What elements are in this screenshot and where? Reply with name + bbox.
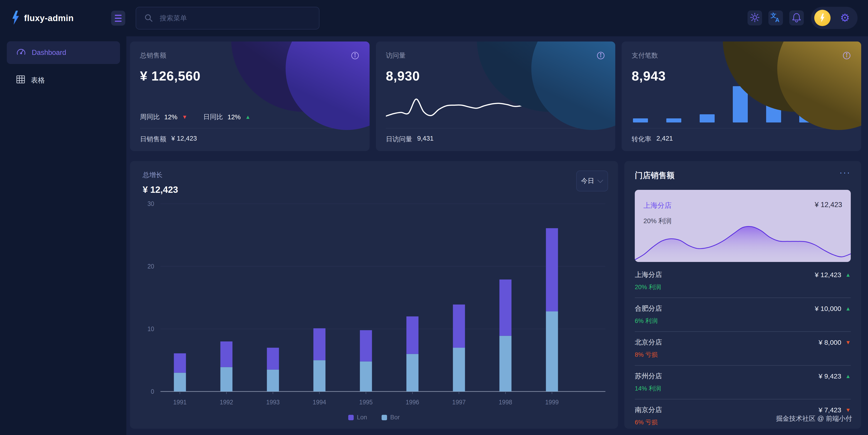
arrow-up-icon: ▲ <box>845 373 851 379</box>
bar-lon-1995[interactable] <box>360 330 372 362</box>
sidebar-item-label: 表格 <box>31 75 45 85</box>
user-pill: ⚙ <box>811 7 858 29</box>
bar-lon-1998[interactable] <box>499 279 512 336</box>
dashboard-gauge-icon <box>16 47 26 58</box>
theme-toggle-button[interactable] <box>747 10 762 25</box>
x-tick-label: 1992 <box>220 399 233 406</box>
payments-card: 支付笔数 8,943 转化率 2,421 <box>622 41 861 151</box>
bar-lon-1994[interactable] <box>313 329 325 361</box>
store-panel-header: 门店销售额 ··· <box>635 170 851 181</box>
info-icon[interactable] <box>842 51 851 61</box>
bar-bor-1991[interactable] <box>174 373 186 392</box>
x-tick-label: 1999 <box>545 399 559 406</box>
store-value: ¥ 7,423 <box>818 406 841 414</box>
language-switch-button[interactable]: 文 A <box>768 10 783 25</box>
date-range-label: 今日 <box>581 177 594 186</box>
bar-bor-1994[interactable] <box>313 360 325 392</box>
bar-bor-1998[interactable] <box>499 336 512 392</box>
store-name: 南京分店 <box>635 405 662 414</box>
featured-area-chart <box>635 221 851 262</box>
legend-swatch <box>381 415 387 420</box>
store-row-4: 苏州分店¥ 9,423▲14% 利润 <box>635 366 851 399</box>
notifications-button[interactable] <box>789 10 804 25</box>
lower-row: 总增长 ¥ 12,423 今日 302010019911992199319941… <box>130 161 861 429</box>
arrow-down-icon: ▼ <box>845 339 851 346</box>
info-icon[interactable] <box>350 51 360 61</box>
bar-bor-1992[interactable] <box>220 367 232 392</box>
legend-item-bor[interactable]: Bor <box>381 414 400 421</box>
watermark-text: 掘金技术社区 @ 前端小付 <box>776 414 852 423</box>
topbar-actions: 文 A ⚙ <box>747 7 858 29</box>
store-row-2: 合肥分店¥ 10,000▲6% 利润 <box>635 298 851 332</box>
bar-lon-1991[interactable] <box>174 353 186 373</box>
arrow-down-icon: ▼ <box>845 407 851 413</box>
store-profit: 14% 利润 <box>635 384 851 393</box>
store-value: ¥ 8,000 <box>818 339 841 346</box>
arrow-up-icon: ▲ <box>845 272 851 278</box>
lightning-logo-icon <box>11 11 21 26</box>
menu-toggle-button[interactable] <box>111 11 125 26</box>
x-tick-label: 1994 <box>313 399 326 406</box>
sidebar-item-dashboard[interactable]: Dashboard <box>7 41 120 64</box>
store-name: 合肥分店 <box>635 304 662 313</box>
card-title: 支付笔数 <box>631 51 851 60</box>
growth-bar-chart: 3020100199119921993199419951996199719981… <box>130 195 618 414</box>
bar-bor-1997[interactable] <box>453 348 465 392</box>
growth-chart-header: 总增长 ¥ 12,423 今日 <box>130 161 618 195</box>
card-title: 访问量 <box>386 51 606 60</box>
bar-lon-1997[interactable] <box>453 305 465 348</box>
topbar: fluxy-admin <box>0 0 868 36</box>
store-value: ¥ 12,423 <box>815 271 841 279</box>
y-tick-label: 20 <box>148 262 154 270</box>
table-grid-icon <box>16 75 25 85</box>
sidebar-item-table[interactable]: 表格 <box>7 69 120 92</box>
card-title: 总销售额 <box>140 51 360 60</box>
bar-lon-1992[interactable] <box>220 341 232 367</box>
x-tick-label: 1993 <box>266 399 279 406</box>
bar-lon-1999[interactable] <box>546 228 558 311</box>
store-profit: 6% 利润 <box>635 317 851 325</box>
store-value: ¥ 10,000 <box>815 305 841 313</box>
store-sales-panel: 门店销售额 ··· 上海分店 ¥ 12,423 20% 利润 上海分店¥ 12,… <box>624 161 861 429</box>
date-range-dropdown[interactable]: 今日 <box>576 170 608 191</box>
bell-icon <box>792 12 802 24</box>
legend-label: Lon <box>357 414 367 421</box>
stat-cards-row: 总销售额 ¥ 126,560 周同比 12% ▼ 日同比 12% ▲ <box>130 41 861 151</box>
main-content: 总销售额 ¥ 126,560 周同比 12% ▼ 日同比 12% ▲ <box>126 36 868 435</box>
bar-bor-1999[interactable] <box>546 311 558 392</box>
avatar-lightning-icon <box>819 13 825 22</box>
y-tick-label: 30 <box>148 200 154 208</box>
store-name: 北京分店 <box>635 338 662 347</box>
card-value: 8,930 <box>386 68 606 84</box>
panel-title: 门店销售额 <box>635 170 675 181</box>
info-icon[interactable] <box>596 51 605 61</box>
chart-title: 总增长 <box>143 170 178 180</box>
bar-lon-1996[interactable] <box>406 316 418 354</box>
dashboard-app: fluxy-admin <box>0 0 868 435</box>
user-avatar[interactable] <box>814 10 831 26</box>
svg-text:A: A <box>775 17 779 23</box>
translate-icon: 文 A <box>770 12 781 24</box>
chart-legend: Lon Bor <box>130 414 618 429</box>
more-options-icon[interactable]: ··· <box>839 170 851 175</box>
brand-logo: fluxy-admin <box>11 11 108 26</box>
store-value: ¥ 9,423 <box>818 372 841 380</box>
total-sales-card: 总销售额 ¥ 126,560 周同比 12% ▼ 日同比 12% ▲ <box>130 41 370 151</box>
x-tick-label: 1997 <box>452 399 466 406</box>
visits-card: 访问量 8,930 日访问量 9,431 <box>376 41 616 151</box>
y-tick-label: 0 <box>151 388 154 395</box>
bar-lon-1993[interactable] <box>267 348 279 370</box>
bar-bor-1995[interactable] <box>360 362 372 392</box>
sidebar-item-label: Dashboard <box>32 49 66 57</box>
y-tick-label: 10 <box>148 325 154 333</box>
store-profit: 20% 利润 <box>635 283 851 291</box>
featured-store-profit: 20% 利润 <box>643 217 672 226</box>
search-input[interactable] <box>136 7 319 30</box>
card-value: 8,943 <box>631 68 851 84</box>
x-tick-label: 1998 <box>499 399 512 406</box>
settings-gear-icon[interactable]: ⚙ <box>840 12 850 23</box>
bar-bor-1993[interactable] <box>267 370 279 392</box>
x-tick-label: 1991 <box>173 399 186 406</box>
legend-item-lon[interactable]: Lon <box>348 414 367 421</box>
bar-bor-1996[interactable] <box>406 354 418 392</box>
